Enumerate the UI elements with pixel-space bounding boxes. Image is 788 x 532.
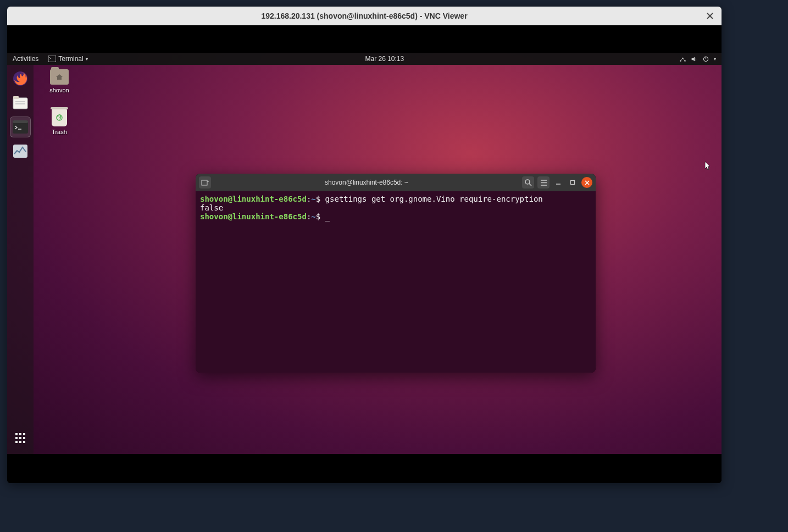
search-button[interactable] (522, 176, 534, 189)
dock-system-monitor[interactable] (10, 141, 31, 162)
svg-rect-10 (15, 103, 25, 104)
terminal-body[interactable]: shovon@linuxhint-e86c5d:~$ gsettings get… (196, 191, 596, 373)
vnc-viewer-window: 192.168.20.131 (shovon@linuxhint-e86c5d)… (7, 7, 722, 483)
status-area[interactable]: ▾ (679, 56, 718, 63)
dock-firefox[interactable] (10, 68, 31, 89)
vnc-titlebar[interactable]: 192.168.20.131 (shovon@linuxhint-e86c5d)… (7, 7, 722, 25)
close-icon (585, 180, 590, 185)
mouse-cursor (705, 162, 712, 172)
volume-icon (691, 56, 698, 63)
folder-icon (50, 69, 69, 85)
svg-rect-0 (48, 56, 56, 62)
terminal-window[interactable]: shovon@linuxhint-e86c5d: ~ (196, 174, 596, 373)
dock-files[interactable] (10, 92, 31, 113)
menu-button[interactable] (537, 176, 550, 189)
terminal-titlebar[interactable]: shovon@linuxhint-e86c5d: ~ (196, 174, 596, 191)
terminal-app-icon (48, 56, 56, 62)
hamburger-icon (540, 180, 547, 186)
app-menu-label: Terminal (58, 55, 83, 63)
svg-rect-9 (15, 101, 25, 102)
gnome-top-panel: Activities Terminal ▾ Mar 26 10:13 ▾ (7, 53, 722, 65)
prompt-dollar: $ (316, 195, 325, 203)
chevron-down-icon: ▾ (714, 57, 716, 62)
vnc-title: 192.168.20.131 (shovon@linuxhint-e86c5d)… (261, 12, 467, 20)
svg-rect-25 (571, 181, 575, 185)
svg-line-20 (529, 184, 531, 186)
prompt-user: shovon@linuxhint-e86c5d (200, 195, 307, 203)
prompt-path: ~ (311, 195, 315, 203)
trash-label: Trash (52, 129, 67, 135)
network-icon (679, 56, 686, 63)
svg-rect-16 (202, 180, 207, 185)
firefox-icon (12, 70, 29, 87)
svg-rect-8 (13, 96, 19, 99)
output-text: false (200, 203, 223, 212)
prompt-dollar: $ (316, 212, 325, 221)
system-monitor-icon (13, 144, 28, 158)
app-menu-button[interactable]: Terminal ▾ (46, 55, 90, 63)
terminal-icon (13, 120, 28, 134)
command-text: gsettings get org.gnome.Vino require-enc… (325, 195, 543, 203)
search-icon (525, 179, 532, 186)
prompt-user: shovon@linuxhint-e86c5d (200, 212, 307, 221)
prompt-path: ~ (311, 212, 315, 221)
close-button[interactable] (581, 177, 592, 188)
chevron-down-icon: ▾ (86, 57, 88, 62)
ubuntu-desktop[interactable]: Activities Terminal ▾ Mar 26 10:13 ▾ (7, 53, 722, 454)
minimize-icon (556, 180, 561, 185)
vnc-content: Activities Terminal ▾ Mar 26 10:13 ▾ (7, 25, 722, 483)
terminal-title: shovon@linuxhint-e86c5d: ~ (214, 179, 519, 186)
home-folder-label: shovon (49, 87, 69, 93)
datetime-button[interactable]: Mar 26 10:13 (363, 55, 407, 63)
show-applications-button[interactable] (10, 428, 31, 448)
close-icon (707, 13, 713, 19)
maximize-button[interactable] (567, 177, 578, 188)
ubuntu-dock (7, 65, 34, 454)
minimize-button[interactable] (553, 177, 564, 188)
trash-bin-icon (52, 109, 67, 126)
cursor: _ (325, 212, 330, 221)
trash-icon[interactable]: Trash (40, 109, 79, 135)
home-folder-icon[interactable]: shovon (40, 69, 79, 93)
new-tab-icon (201, 179, 209, 186)
desktop-icons-area: shovon Trash (40, 69, 79, 135)
activities-button[interactable]: Activities (10, 55, 41, 63)
svg-point-19 (525, 180, 530, 184)
maximize-icon (570, 180, 575, 185)
power-icon (702, 56, 709, 63)
files-icon (13, 96, 28, 110)
svg-rect-12 (13, 120, 28, 123)
vnc-close-button[interactable] (704, 10, 716, 22)
new-tab-button[interactable] (199, 176, 211, 189)
dock-terminal[interactable] (10, 117, 31, 137)
